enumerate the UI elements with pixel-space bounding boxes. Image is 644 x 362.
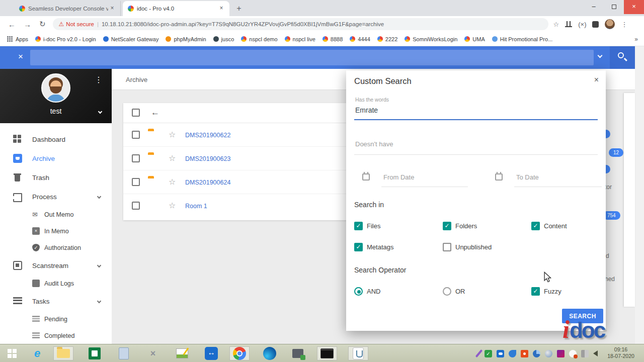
sidebar-item-audit-logs[interactable]: Audit Logs [0,275,112,292]
back-icon[interactable]: ← [8,20,16,29]
checkbox-checked-icon[interactable]: ✓ [443,222,451,230]
minimize-button[interactable]: – [584,0,604,14]
purple-tray-icon[interactable] [557,350,565,357]
tab-idoc-pro[interactable]: idoc - Pro v4.0 × [123,1,229,16]
checkbox-checked-icon[interactable]: ✓ [354,222,363,230]
app-search-input[interactable] [30,50,594,65]
extensions-puzzle-icon[interactable] [592,21,599,28]
from-date-input[interactable]: From Date [383,173,414,181]
taskbar-chrome[interactable] [229,346,250,360]
radio-selected-icon[interactable] [354,287,363,296]
bookmarks-overflow-icon[interactable]: » [634,36,638,43]
star-icon[interactable]: ☆ [169,201,176,210]
file-name-link[interactable]: DMS201900622 [185,132,230,139]
radio-or[interactable]: OR [443,287,465,296]
pen-tray-icon[interactable] [475,349,483,357]
disk-tray-icon[interactable] [533,350,540,357]
taskbar-java[interactable] [348,346,368,360]
radio-and[interactable]: AND [354,287,380,296]
sidebar-menu-icon[interactable]: ⋮ [95,75,103,84]
bookmark-item[interactable]: i-doc Pro v2.0 - Login [35,36,96,42]
volume-icon[interactable] [593,350,598,356]
star-icon[interactable]: ☆ [169,177,176,187]
antivirus-tray-icon[interactable]: ✓ [485,350,492,357]
bookmark-item[interactable]: NetScaler Gateway [103,36,159,42]
close-window-button[interactable]: × [624,0,644,14]
start-button[interactable] [2,346,22,360]
select-all-checkbox[interactable] [132,109,140,117]
checkbox-checked-icon[interactable]: ✓ [531,287,540,296]
has-words-input[interactable]: Emrate [355,106,378,114]
sidebar-item-completed[interactable]: Completed [0,327,112,344]
forward-icon[interactable]: → [24,20,31,29]
tab-close-icon[interactable]: × [108,5,116,13]
sidebar-item-process[interactable]: Process [0,187,112,206]
teamviewer-tray-icon[interactable] [497,350,504,357]
app-search-button[interactable] [610,46,635,69]
bookmark-item[interactable]: UMA [464,36,485,42]
reload-icon[interactable]: ↻ [39,20,46,29]
checkbox-checked-icon[interactable]: ✓ [354,243,363,251]
sidebar-item-in-memo[interactable]: × In Memo [0,223,112,239]
page-scrollbar[interactable] [635,46,644,344]
sidebar-item-authorization[interactable]: ✓ Authorization [0,239,112,256]
checkbox-unchecked-icon[interactable] [443,243,451,251]
checkbox-fuzzy[interactable]: ✓ Fuzzy [531,287,561,296]
file-name-link[interactable]: DMS201900624 [185,179,230,186]
restore-button[interactable] [604,0,624,14]
bookmark-star-icon[interactable]: ☆ [553,21,559,28]
translate-extension-icon[interactable] [565,21,572,27]
bookmark-item[interactable]: nspcl live [285,36,315,42]
dialog-close-icon[interactable]: × [594,75,599,84]
taskbar-clock[interactable]: 09:16 18-07-2020 [601,346,641,359]
checkbox-unpublished[interactable]: Unpublished [443,243,492,251]
calendar-icon[interactable] [495,173,503,180]
sidebar-item-pending[interactable]: Pending [0,311,112,327]
checkbox-checked-icon[interactable]: ✓ [531,222,540,230]
taskbar-calculator[interactable] [114,346,134,360]
checkbox-content[interactable]: ✓ Content [531,222,567,230]
bookmark-item[interactable]: jusco [213,36,234,42]
row-checkbox[interactable] [132,202,140,210]
bookmark-item[interactable]: SomniWorksLogin [405,36,457,42]
apps-shortcut[interactable]: Apps [7,36,28,42]
sidebar-item-out-memo[interactable]: ✉ Out Memo [0,206,112,223]
sidebar-item-tasks[interactable]: Tasks [0,292,112,311]
sidebar-item-scanstream[interactable]: Scanstream [0,256,112,275]
star-icon[interactable]: ☆ [169,153,176,163]
not-secure-label[interactable]: Not secure [66,21,94,27]
radio-unselected-icon[interactable] [443,287,451,296]
new-tab-button[interactable]: + [232,2,246,15]
to-date-input[interactable]: To Date [516,173,539,181]
sidebar-item-trash[interactable]: Trash [0,168,112,187]
extension-badge-icon[interactable]: (×) [578,21,586,28]
bookmark-item[interactable]: Hit Promotional Pro... [492,36,553,42]
taskbar-green-app[interactable] [85,346,105,360]
bookmark-item[interactable]: 4444 [350,36,370,42]
taskbar-app-x[interactable]: × [143,346,163,360]
file-name-link[interactable]: Room 1 [185,203,207,210]
red-tray-icon[interactable] [521,350,528,357]
taskbar-internet-explorer[interactable]: e [27,346,47,360]
notification-tray-icon[interactable] [569,350,577,357]
bookmark-item[interactable]: 8888 [323,36,343,42]
checkbox-folders[interactable]: ✓ Folders [443,222,477,230]
doesnt-have-input[interactable]: Doesn't have [355,140,393,148]
browser-menu-icon[interactable]: ⋮ [621,21,627,28]
tab-seamless-console[interactable]: Seamless Developer Console v1.0 × [14,1,121,16]
network-tray-icon[interactable] [545,350,552,357]
checkbox-metatags[interactable]: ✓ Metatags [354,243,393,251]
row-checkbox[interactable] [132,178,140,186]
taskbar-command-prompt[interactable] [317,346,337,360]
sidebar-item-archive[interactable]: Archive [0,149,112,168]
bookmark-item[interactable]: phpMyAdmin [166,36,206,42]
grid-tray-icon[interactable] [581,350,589,357]
taskbar-remote-lock[interactable] [288,346,308,360]
sidebar-item-dashboard[interactable]: Dashboard [0,130,112,149]
search-close-icon[interactable]: × [15,51,26,62]
calendar-icon[interactable] [362,173,370,180]
blue-tray-icon[interactable] [509,350,516,357]
bookmark-item[interactable]: 2222 [377,36,397,42]
star-icon[interactable]: ☆ [169,130,176,139]
taskbar-teamviewer[interactable] [201,346,221,360]
